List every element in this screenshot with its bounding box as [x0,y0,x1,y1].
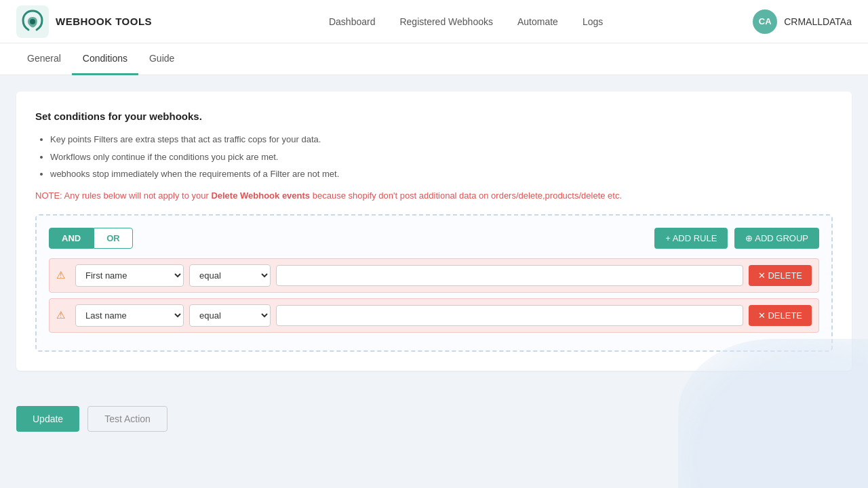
header: WEBHOOK TOOLS Dashboard Registered Webho… [0,0,868,43]
rule-operator-select-1[interactable]: equal not equal contains [189,264,271,287]
rule-row: ⚠ Last name First name Email equal not e… [49,298,819,333]
rule-field-select-2[interactable]: Last name First name Email [75,304,184,327]
nav-registered-webhooks[interactable]: Registered Webhooks [399,16,492,27]
user-area: CA CRMALLDATAa [753,9,852,34]
tab-conditions[interactable]: Conditions [72,43,138,75]
logo-text: WEBHOOK TOOLS [56,16,152,27]
bottom-actions: Update Test Action [0,401,868,437]
nav-logs[interactable]: Logs [583,16,603,27]
warning-icon: ⚠ [56,269,70,281]
main-nav: Dashboard Registered Webhooks Automate L… [179,16,753,27]
bullet-list: Key points Filters are extra steps that … [35,133,833,181]
svg-point-1 [30,19,35,24]
rule-builder: AND OR + ADD RULE ⊕ ADD GROUP ⚠ First na… [35,214,833,352]
delete-rule-1-button[interactable]: ✕ DELETE [749,265,812,286]
test-action-button[interactable]: Test Action [87,406,167,432]
delete-rule-2-button[interactable]: ✕ DELETE [749,305,812,326]
rule-header: AND OR + ADD RULE ⊕ ADD GROUP [49,228,819,249]
rule-field-select-1[interactable]: First name Last name Email [75,264,184,287]
nav-dashboard[interactable]: Dashboard [329,16,376,27]
update-button[interactable]: Update [16,406,79,432]
rule-actions: + ADD RULE ⊕ ADD GROUP [654,228,819,249]
logo-area: WEBHOOK TOOLS [16,5,152,38]
add-rule-button[interactable]: + ADD RULE [654,228,728,249]
or-button[interactable]: OR [94,228,133,249]
add-group-button[interactable]: ⊕ ADD GROUP [734,228,819,249]
and-button[interactable]: AND [49,228,94,249]
tab-guide[interactable]: Guide [138,43,185,75]
conditions-box: Set conditions for your webhooks. Key po… [16,92,852,371]
rule-row: ⚠ First name Last name Email equal not e… [49,258,819,293]
nav-automate[interactable]: Automate [517,16,558,27]
warning-icon: ⚠ [56,309,70,321]
logo-icon [16,5,49,38]
avatar: CA [753,9,777,34]
section-title: Set conditions for your webhooks. [35,110,833,122]
tab-bar: General Conditions Guide [0,43,868,75]
note-suffix: because shopify don't post additional da… [310,190,622,201]
bullet-2: Workflows only continue if the condition… [50,150,833,164]
rule-operator-select-2[interactable]: equal not equal contains [189,304,271,327]
bullet-1: Key points Filters are extra steps that … [50,133,833,146]
tab-general[interactable]: General [16,43,72,75]
note-link: Delete Webhook events [211,190,310,201]
username: CRMALLDATAa [784,16,852,27]
bullet-3: webhooks stop immediately when the requi… [50,167,833,181]
note-prefix: NOTE: Any rules below will not apply to … [35,190,211,201]
note-text: NOTE: Any rules below will not apply to … [35,190,833,201]
main-content: Set conditions for your webhooks. Key po… [0,75,868,401]
logic-buttons: AND OR [49,228,133,249]
rule-value-input-1[interactable] [276,265,743,286]
rule-value-input-2[interactable] [276,305,743,326]
